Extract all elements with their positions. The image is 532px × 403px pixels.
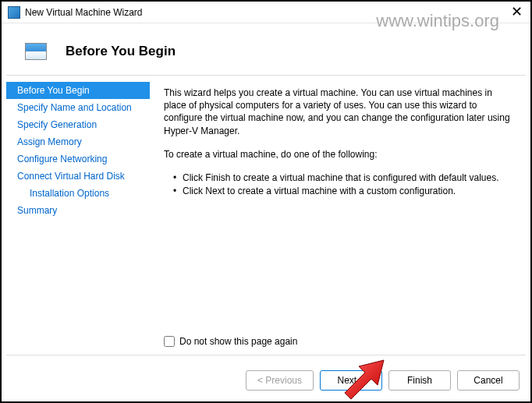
- window-title: New Virtual Machine Wizard: [25, 7, 143, 18]
- sidebar-item-connect-vhd[interactable]: Connect Virtual Hard Disk: [6, 168, 150, 185]
- close-icon[interactable]: ✕: [507, 3, 526, 22]
- sidebar: Before You Begin Specify Name and Locati…: [6, 76, 150, 355]
- lead-text: To create a virtual machine, do one of t…: [164, 148, 513, 161]
- sidebar-item-specify-generation[interactable]: Specify Generation: [6, 116, 150, 133]
- main-panel: This wizard helps you create a virtual m…: [150, 76, 526, 355]
- dont-show-row: Do not show this page again: [164, 336, 297, 347]
- sidebar-item-summary[interactable]: Summary: [6, 202, 150, 219]
- app-icon: [8, 6, 20, 19]
- bullet-item: Click Finish to create a virtual machine…: [173, 171, 513, 185]
- dont-show-label: Do not show this page again: [179, 336, 297, 347]
- finish-button[interactable]: Finish: [388, 370, 451, 391]
- bullet-item: Click Next to create a virtual machine w…: [173, 185, 513, 198]
- button-row: < Previous Next > Finish Cancel: [246, 370, 520, 391]
- sidebar-item-before-you-begin[interactable]: Before You Begin: [6, 82, 150, 99]
- content: Before You Begin Specify Name and Locati…: [6, 75, 526, 355]
- previous-button: < Previous: [246, 370, 314, 391]
- sidebar-item-specify-name[interactable]: Specify Name and Location: [6, 99, 150, 116]
- wizard-header: Before You Begin: [2, 23, 530, 75]
- wizard-header-icon: [25, 43, 47, 60]
- next-button[interactable]: Next >: [320, 370, 382, 391]
- sidebar-item-assign-memory[interactable]: Assign Memory: [6, 133, 150, 150]
- titlebar: New Virtual Machine Wizard ✕: [2, 2, 530, 23]
- dont-show-checkbox[interactable]: [164, 336, 175, 347]
- intro-text: This wizard helps you create a virtual m…: [164, 87, 513, 137]
- sidebar-item-installation-options[interactable]: Installation Options: [6, 185, 150, 202]
- sidebar-item-configure-networking[interactable]: Configure Networking: [6, 150, 150, 168]
- cancel-button[interactable]: Cancel: [457, 370, 520, 391]
- bullet-list: Click Finish to create a virtual machine…: [173, 171, 513, 198]
- page-title: Before You Begin: [66, 44, 176, 59]
